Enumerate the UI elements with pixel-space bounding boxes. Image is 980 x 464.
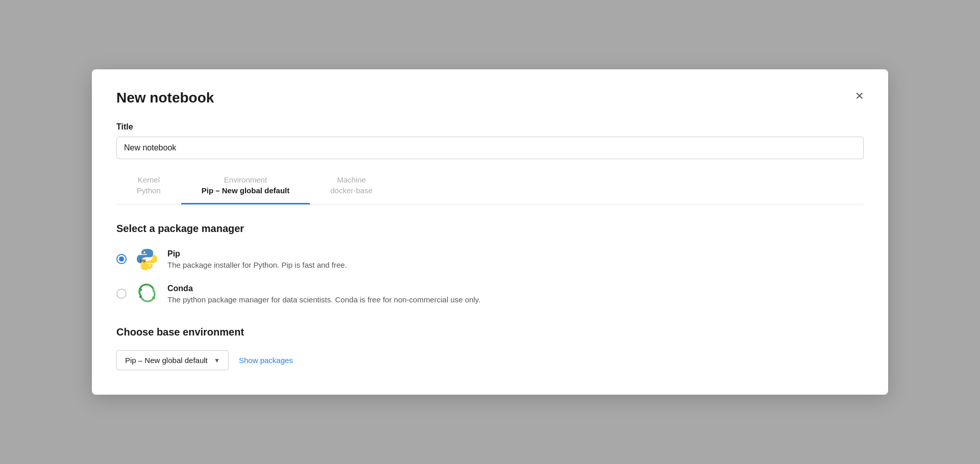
conda-radio[interactable]: [116, 289, 127, 299]
svg-point-3: [139, 288, 142, 291]
package-manager-section: Select a package manager: [116, 223, 864, 306]
base-environment-controls: Pip – New global default ▼ Show packages: [116, 350, 864, 370]
modal-header: New notebook ×: [116, 90, 864, 106]
base-environment-dropdown[interactable]: Pip – New global default ▼: [116, 350, 229, 370]
dropdown-selected-label: Pip – New global default: [125, 356, 208, 365]
modal-title: New notebook: [116, 90, 214, 106]
chevron-down-icon: ▼: [214, 357, 220, 364]
conda-option[interactable]: Conda The python package manager for dat…: [116, 281, 864, 306]
conda-description: The python package manager for data scie…: [167, 295, 480, 304]
title-label: Title: [116, 122, 864, 132]
svg-point-5: [139, 296, 141, 298]
package-options-list: pip Pip The package installer for Python…: [116, 247, 864, 306]
tab-kernel[interactable]: Kernel Python: [116, 175, 181, 204]
base-environment-section: Choose base environment Pip – New global…: [116, 326, 864, 370]
tab-kernel-top-label: Kernel: [138, 175, 160, 184]
tab-environment[interactable]: Environment Pip – New global default: [181, 175, 310, 204]
close-button[interactable]: ×: [855, 89, 864, 103]
tab-machine-top-label: Machine: [337, 175, 366, 184]
title-section: Title: [116, 122, 864, 175]
notebook-title-input[interactable]: [116, 137, 864, 159]
pip-icon: pip: [135, 247, 159, 271]
tabs-container: Kernel Python Environment Pip – New glob…: [116, 175, 864, 204]
pip-name: Pip: [167, 249, 347, 259]
tab-machine-bottom-label: docker-base: [330, 186, 373, 195]
tab-environment-bottom-label: Pip – New global default: [202, 186, 290, 195]
show-packages-button[interactable]: Show packages: [239, 356, 293, 365]
tab-environment-top-label: Environment: [224, 175, 267, 184]
conda-name: Conda: [167, 284, 480, 293]
base-environment-heading: Choose base environment: [116, 326, 864, 338]
svg-point-1: [149, 265, 151, 267]
tab-kernel-bottom-label: Python: [137, 186, 161, 195]
pip-option[interactable]: pip Pip The package installer for Python…: [116, 247, 864, 271]
svg-point-4: [152, 296, 155, 299]
tab-machine[interactable]: Machine docker-base: [310, 175, 393, 204]
package-manager-heading: Select a package manager: [116, 223, 864, 235]
pip-description: The package installer for Python. Pip is…: [167, 261, 347, 269]
svg-point-0: [143, 251, 145, 253]
conda-icon: [135, 281, 159, 306]
svg-point-6: [153, 289, 155, 291]
pip-radio[interactable]: [116, 254, 127, 264]
conda-info: Conda The python package manager for dat…: [167, 284, 480, 304]
svg-text:pip: pip: [140, 259, 146, 263]
modal-overlay: New notebook × Title Kernel Python Envir…: [0, 0, 980, 464]
pip-info: Pip The package installer for Python. Pi…: [167, 249, 347, 269]
modal-dialog: New notebook × Title Kernel Python Envir…: [92, 69, 888, 395]
